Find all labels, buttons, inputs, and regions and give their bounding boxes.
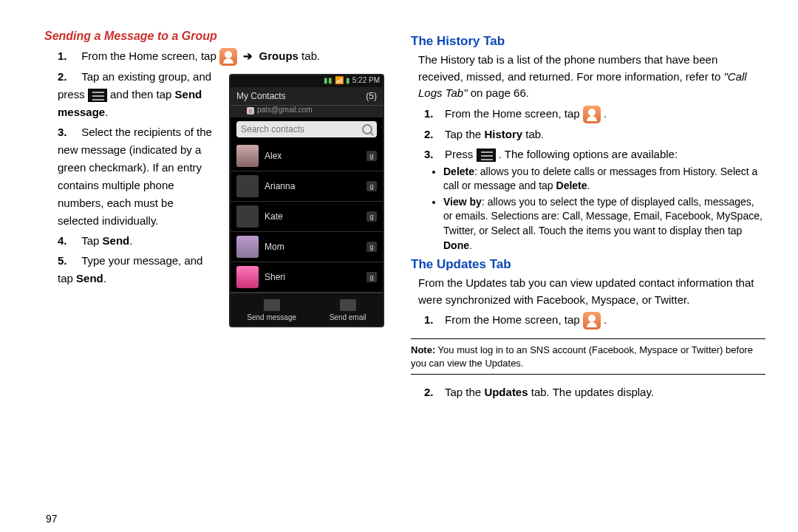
google-badge: g [366, 211, 377, 222]
list-item[interactable]: Momg [231, 232, 383, 262]
send-email-button[interactable]: Send email [330, 299, 366, 321]
avatar [236, 266, 259, 288]
history-intro: The History tab is a list of the phone n… [418, 52, 765, 102]
send-message-button[interactable]: Send message [247, 299, 296, 321]
steps-history: 1.From the Home screen, tap . 2.Tap the … [411, 105, 765, 253]
step5-bold: Send [76, 272, 103, 284]
arrow-icon: ➔ [240, 50, 256, 62]
contact-list: Alexg Ariannag Kateg Momg Sherig [231, 141, 383, 293]
avatar [236, 175, 259, 197]
step1-bold: Groups [259, 50, 299, 62]
status-time: 5:22 PM [352, 76, 380, 84]
list-item[interactable]: Ariannag [231, 171, 383, 202]
search-icon [362, 124, 372, 134]
step2-text-c: . [105, 106, 108, 118]
list-item[interactable]: Kateg [231, 202, 383, 232]
heading-history: The History Tab [411, 34, 765, 49]
step4-text-b: . [129, 234, 132, 247]
page-number: 97 [46, 513, 58, 525]
heading-updates: The Updates Tab [411, 257, 765, 272]
step5-text-b: . [103, 272, 106, 284]
search-placeholder: Search contacts [241, 124, 304, 134]
phone-count: (5) [366, 91, 377, 101]
step3-text: Select the recipients of the new message… [58, 126, 212, 227]
phone-title-bar: My Contacts (5) [231, 87, 383, 106]
phone-title: My Contacts [236, 91, 286, 101]
avatar [236, 205, 259, 228]
phone-screenshot: ▮▮ 📶 ▮ 5:22 PM My Contacts (5) gpats@gma… [229, 74, 384, 327]
list-item[interactable]: Sherig [231, 262, 383, 293]
google-badge: g [366, 151, 377, 161]
contacts-icon [583, 312, 601, 330]
avatar [236, 145, 259, 167]
menu-icon [88, 89, 107, 102]
google-badge: g [366, 242, 377, 252]
envelope-icon [264, 299, 280, 311]
list-item[interactable]: Alexg [231, 141, 383, 171]
updates-intro: From the Updates tab you can view update… [418, 275, 765, 308]
status-bar: ▮▮ 📶 ▮ 5:22 PM [231, 75, 383, 87]
mail-icon [340, 299, 356, 311]
phone-bottom-bar: Send message Send email [231, 293, 383, 326]
contacts-icon [583, 106, 601, 123]
step4-text-a: Tap [81, 234, 102, 247]
phone-account: gpats@gmail.com [231, 106, 383, 117]
contacts-icon [219, 48, 237, 66]
section-heading-sending: Sending a Message to a Group [44, 30, 384, 43]
step4-bold: Send [103, 234, 130, 247]
note-box: Note: You must log in to an SNS account … [411, 338, 765, 375]
google-badge: g [366, 181, 377, 191]
step2-text-b: and then tap [110, 88, 175, 100]
search-field[interactable]: Search contacts [236, 121, 377, 137]
step1-text-a: From the Home screen, tap [81, 50, 216, 62]
avatar [236, 236, 259, 258]
steps-updates: 1.From the Home screen, tap . [411, 311, 765, 330]
steps-updates-2: 2.Tap the Updates tab. The updates displ… [411, 383, 765, 401]
google-badge: g [366, 272, 377, 282]
menu-icon [477, 149, 496, 162]
step1-text-c: tab. [299, 50, 320, 62]
